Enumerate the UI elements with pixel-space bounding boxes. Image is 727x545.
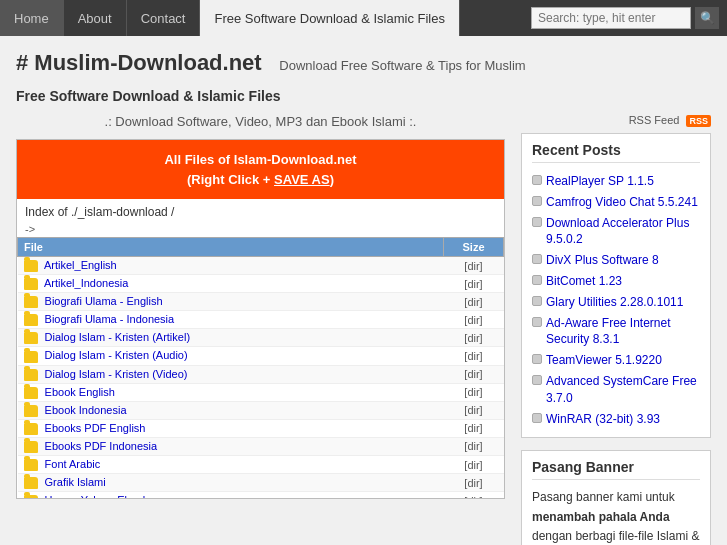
file-cell[interactable]: Ebook English <box>18 383 444 401</box>
file-link[interactable]: Grafik Islami <box>45 476 106 488</box>
post-link[interactable]: Ad-Aware Free Internet Security 8.3.1 <box>546 315 700 349</box>
file-cell[interactable]: Harun_Yahya_Ebooks <box>18 492 444 499</box>
search-input[interactable] <box>531 7 691 29</box>
col-size: Size <box>444 238 504 257</box>
folder-icon <box>24 369 38 381</box>
bullet-icon <box>532 354 542 364</box>
rss-icon: RSS <box>686 115 711 127</box>
table-row: Biografi Ulama - Indonesia [dir] <box>18 311 504 329</box>
file-cell[interactable]: Dialog Islam - Kristen (Artikel) <box>18 329 444 347</box>
folder-icon <box>24 441 38 453</box>
bullet-icon <box>532 175 542 185</box>
file-cell[interactable]: Biografi Ulama - English <box>18 293 444 311</box>
folder-icon <box>24 387 38 399</box>
subtitle: .: Download Software, Video, MP3 dan Ebo… <box>16 114 505 129</box>
table-row: Artikel_Indonesia [dir] <box>18 275 504 293</box>
post-link[interactable]: Advanced SystemCare Free 3.7.0 <box>546 373 700 407</box>
file-cell[interactable]: Artikel_English <box>18 257 444 275</box>
file-link[interactable]: Ebook English <box>45 386 115 398</box>
post-link[interactable]: BitComet 1.23 <box>546 273 622 290</box>
post-link[interactable]: TeamViewer 5.1.9220 <box>546 352 662 369</box>
size-cell: [dir] <box>444 456 504 474</box>
table-row: Ebooks PDF Indonesia [dir] <box>18 437 504 455</box>
folder-icon <box>24 495 38 499</box>
size-cell: [dir] <box>444 311 504 329</box>
file-link[interactable]: Artikel_English <box>44 259 117 271</box>
file-cell[interactable]: Dialog Islam - Kristen (Video) <box>18 365 444 383</box>
file-box-header-line2: (Right Click + SAVE AS) <box>25 170 496 190</box>
nav-contact[interactable]: Contact <box>127 0 201 36</box>
file-cell[interactable]: Dialog Islam - Kristen (Audio) <box>18 347 444 365</box>
table-row: Grafik Islami [dir] <box>18 474 504 492</box>
list-item: WinRAR (32-bit) 3.93 <box>532 409 700 430</box>
file-cell[interactable]: Font Arabic <box>18 456 444 474</box>
file-box[interactable]: All Files of Islam-Download.net (Right C… <box>16 139 505 499</box>
file-cell[interactable]: Biografi Ulama - Indonesia <box>18 311 444 329</box>
file-link[interactable]: Dialog Islam - Kristen (Video) <box>45 368 188 380</box>
file-cell[interactable]: Artikel_Indonesia <box>18 275 444 293</box>
file-link[interactable]: Artikel_Indonesia <box>44 277 128 289</box>
table-row: Dialog Islam - Kristen (Artikel) [dir] <box>18 329 504 347</box>
list-item: BitComet 1.23 <box>532 271 700 292</box>
table-row: Biografi Ulama - English [dir] <box>18 293 504 311</box>
list-item: RealPlayer SP 1.1.5 <box>532 171 700 192</box>
post-link[interactable]: RealPlayer SP 1.1.5 <box>546 173 654 190</box>
site-header: # Muslim-Download.net Download Free Soft… <box>0 36 727 82</box>
file-link[interactable]: Biografi Ulama - Indonesia <box>45 313 175 325</box>
list-item: Ad-Aware Free Internet Security 8.3.1 <box>532 313 700 351</box>
size-cell: [dir] <box>444 383 504 401</box>
size-cell: [dir] <box>444 419 504 437</box>
pasang-banner-section: Pasang Banner Pasang banner kami untuk m… <box>521 450 711 545</box>
recent-posts-title: Recent Posts <box>532 142 700 163</box>
folder-icon <box>24 296 38 308</box>
file-link[interactable]: Ebooks PDF Indonesia <box>45 440 158 452</box>
file-link[interactable]: Font Arabic <box>45 458 101 470</box>
size-cell: [dir] <box>444 437 504 455</box>
table-header-row: File Size <box>18 238 504 257</box>
table-row: Font Arabic [dir] <box>18 456 504 474</box>
table-row: Ebook Indonesia [dir] <box>18 401 504 419</box>
nav-home[interactable]: Home <box>0 0 64 36</box>
file-link[interactable]: Ebook Indonesia <box>45 404 127 416</box>
folder-icon <box>24 278 38 290</box>
list-item: Download Accelerator Plus 9.5.0.2 <box>532 213 700 251</box>
rss-row: RSS Feed RSS <box>521 114 711 127</box>
folder-icon <box>24 459 38 471</box>
size-cell: [dir] <box>444 293 504 311</box>
post-link[interactable]: Camfrog Video Chat 5.5.241 <box>546 194 698 211</box>
table-row: Harun_Yahya_Ebooks [dir] <box>18 492 504 499</box>
search-button[interactable]: 🔍 <box>695 7 719 29</box>
file-link[interactable]: Harun_Yahya_Ebooks <box>45 494 154 499</box>
table-row: Ebooks PDF English [dir] <box>18 419 504 437</box>
post-link[interactable]: Download Accelerator Plus 9.5.0.2 <box>546 215 700 249</box>
nav-about[interactable]: About <box>64 0 127 36</box>
file-cell[interactable]: Ebooks PDF English <box>18 419 444 437</box>
file-link[interactable]: Dialog Islam - Kristen (Artikel) <box>45 331 190 343</box>
bullet-icon <box>532 413 542 423</box>
size-cell: [dir] <box>444 365 504 383</box>
file-table: File Size Artikel_English [dir] Artikel_… <box>17 237 504 499</box>
nav-files[interactable]: Free Software Download & Islamic Files <box>200 0 459 36</box>
recent-posts-list: RealPlayer SP 1.1.5 Camfrog Video Chat 5… <box>532 171 700 429</box>
site-title: # Muslim-Download.net <box>16 50 262 75</box>
post-link[interactable]: Glary Utilities 2.28.0.1011 <box>546 294 683 311</box>
post-link[interactable]: WinRAR (32-bit) 3.93 <box>546 411 660 428</box>
list-item: Advanced SystemCare Free 3.7.0 <box>532 371 700 409</box>
post-link[interactable]: DivX Plus Software 8 <box>546 252 659 269</box>
folder-icon <box>24 314 38 326</box>
bullet-icon <box>532 317 542 327</box>
file-cell[interactable]: Ebooks PDF Indonesia <box>18 437 444 455</box>
size-cell: [dir] <box>444 329 504 347</box>
size-cell: [dir] <box>444 257 504 275</box>
list-item: DivX Plus Software 8 <box>532 250 700 271</box>
file-cell[interactable]: Ebook Indonesia <box>18 401 444 419</box>
file-cell[interactable]: Grafik Islami <box>18 474 444 492</box>
file-link[interactable]: Biografi Ulama - English <box>45 295 163 307</box>
recent-posts-section: Recent Posts RealPlayer SP 1.1.5 Camfrog… <box>521 133 711 438</box>
pasang-banner-text1: Pasang banner kami untuk menambah pahala… <box>532 488 700 545</box>
file-link[interactable]: Dialog Islam - Kristen (Audio) <box>45 349 188 361</box>
bullet-icon <box>532 375 542 385</box>
sidebar: RSS Feed RSS Recent Posts RealPlayer SP … <box>521 114 711 545</box>
table-row: Artikel_English [dir] <box>18 257 504 275</box>
file-link[interactable]: Ebooks PDF English <box>45 422 146 434</box>
